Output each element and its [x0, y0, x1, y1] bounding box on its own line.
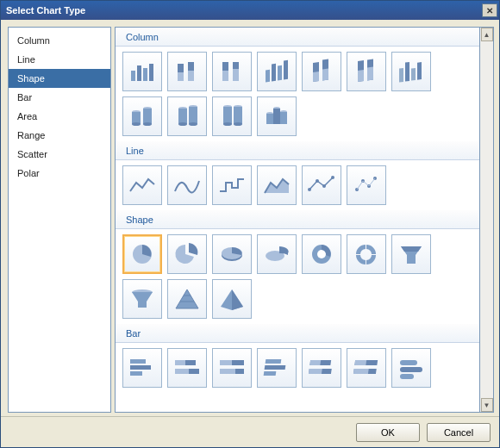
section-label: Shape [122, 214, 157, 226]
bar3d-icon [307, 355, 336, 381]
column3d-icon [262, 59, 291, 84]
svg-rect-91 [309, 360, 321, 365]
chart-thumb-spline[interactable] [167, 165, 207, 205]
svg-rect-12 [266, 70, 270, 83]
sidebar-item-label: Scatter [17, 149, 47, 159]
chart-thumb-column-clustered[interactable] [122, 52, 162, 91]
cancel-button[interactable]: Cancel [427, 423, 491, 442]
chart-thumb-cylinder-100stacked[interactable] [212, 96, 252, 136]
svg-rect-29 [132, 112, 141, 124]
sidebar-item-shape[interactable]: Shape [9, 69, 110, 88]
chart-thumb-column-3d-100stacked[interactable] [347, 52, 386, 91]
chart-thumb-bar-100stacked[interactable] [212, 348, 252, 388]
bar3d-icon [262, 355, 291, 381]
chart-thumb-stepline[interactable] [212, 165, 252, 205]
chart-thumb-line-markers[interactable] [302, 165, 341, 205]
pie3d-exploded-icon [262, 241, 291, 267]
chart-thumb-bar-cylinder[interactable] [391, 348, 431, 388]
svg-rect-21 [358, 70, 364, 82]
svg-rect-97 [353, 369, 369, 374]
column3d-icon [307, 59, 336, 84]
chart-thumb-column-3d[interactable] [391, 52, 431, 91]
sidebar-item-scatter[interactable]: Scatter [9, 145, 110, 164]
chart-thumb-bar-3d-clustered[interactable] [257, 348, 297, 388]
chart-thumb-scatter-line[interactable] [347, 165, 386, 205]
svg-rect-86 [220, 369, 235, 374]
svg-rect-25 [405, 62, 409, 82]
gallery-scrollbar[interactable]: ▲ ▼ [480, 27, 494, 413]
sidebar-item-column[interactable]: Column [9, 31, 110, 50]
chart-thumb-bar-3d-stacked[interactable] [302, 348, 341, 388]
chart-thumb-cylinder-3d[interactable] [257, 96, 297, 136]
chart-thumb-doughnut[interactable] [302, 234, 341, 274]
chevron-down-icon: ▼ [484, 401, 491, 409]
ok-button[interactable]: OK [356, 423, 420, 442]
svg-rect-1 [137, 65, 141, 81]
svg-marker-70 [132, 292, 153, 308]
chart-thumb-doughnut-exploded[interactable] [347, 234, 386, 274]
bar-thumbs [116, 348, 479, 393]
svg-rect-77 [130, 365, 151, 370]
scroll-up-button[interactable]: ▲ [481, 28, 493, 41]
dialog-footer: OK Cancel [1, 416, 499, 447]
sidebar-item-label: Column [17, 35, 50, 46]
section-header-column: Column [116, 28, 479, 47]
sidebar-item-bar[interactable]: Bar [9, 88, 110, 107]
svg-point-42 [223, 122, 232, 126]
svg-point-53 [308, 188, 311, 191]
column-icon [172, 59, 202, 84]
sidebar-item-label: Range [17, 130, 45, 140]
chart-thumb-pyramid-3d[interactable] [212, 279, 252, 319]
gallery-wrap: Column [115, 27, 494, 413]
chart-thumb-column-100stacked[interactable] [212, 52, 252, 91]
chart-thumb-pyramid[interactable] [167, 279, 207, 319]
chart-thumb-funnel-3d[interactable] [122, 279, 162, 319]
chart-thumb-line[interactable] [122, 165, 162, 205]
chart-thumb-line-area[interactable] [257, 165, 297, 205]
sidebar-item-polar[interactable]: Polar [9, 164, 110, 183]
svg-rect-3 [149, 64, 153, 81]
chart-thumb-bar-stacked[interactable] [167, 348, 207, 388]
chart-thumb-column-stacked[interactable] [167, 52, 207, 91]
cylinder-icon [262, 103, 291, 129]
close-icon: ✕ [486, 6, 493, 16]
svg-rect-80 [175, 360, 185, 365]
section-label: Column [122, 31, 162, 43]
chart-thumb-cylinder-clustered[interactable] [122, 96, 162, 136]
sidebar-item-label: Bar [17, 92, 32, 103]
svg-rect-32 [143, 109, 152, 124]
scatter-line-icon [352, 172, 381, 198]
chart-thumb-bar-clustered[interactable] [122, 348, 162, 388]
svg-rect-38 [189, 107, 197, 124]
chart-thumb-funnel[interactable] [391, 234, 431, 274]
svg-rect-26 [411, 68, 416, 81]
svg-rect-35 [178, 109, 187, 124]
svg-rect-24 [399, 68, 403, 83]
svg-rect-95 [354, 360, 366, 365]
column3d-icon [352, 59, 381, 84]
chart-thumb-column-3d-stacked[interactable] [302, 52, 341, 91]
chart-thumb-cylinder-stacked[interactable] [167, 96, 207, 136]
sidebar-item-area[interactable]: Area [9, 107, 110, 126]
svg-rect-9 [222, 71, 228, 81]
section-label: Line [122, 145, 147, 157]
svg-rect-19 [322, 68, 328, 80]
sidebar-item-label: Area [17, 111, 37, 121]
chart-thumb-bar-3d-100stacked[interactable] [347, 348, 386, 388]
cylinder-icon [128, 103, 157, 129]
svg-rect-17 [313, 72, 319, 82]
chart-thumb-pie-3d[interactable] [212, 234, 252, 274]
chart-thumb-column-3d-clustered[interactable] [257, 52, 297, 91]
line-area-icon [262, 172, 291, 198]
svg-marker-75 [232, 289, 243, 310]
pyramid3d-icon [217, 286, 247, 312]
scroll-down-button[interactable]: ▼ [481, 398, 493, 412]
bar-cyl-icon [397, 355, 426, 381]
close-button[interactable]: ✕ [482, 3, 497, 17]
bar-icon [217, 355, 247, 381]
chart-thumb-pie-exploded[interactable] [167, 234, 207, 274]
sidebar-item-line[interactable]: Line [9, 50, 110, 69]
chart-thumb-pie-3d-exploded[interactable] [257, 234, 297, 274]
sidebar-item-range[interactable]: Range [9, 126, 110, 145]
chart-thumb-pie[interactable] [122, 234, 162, 274]
